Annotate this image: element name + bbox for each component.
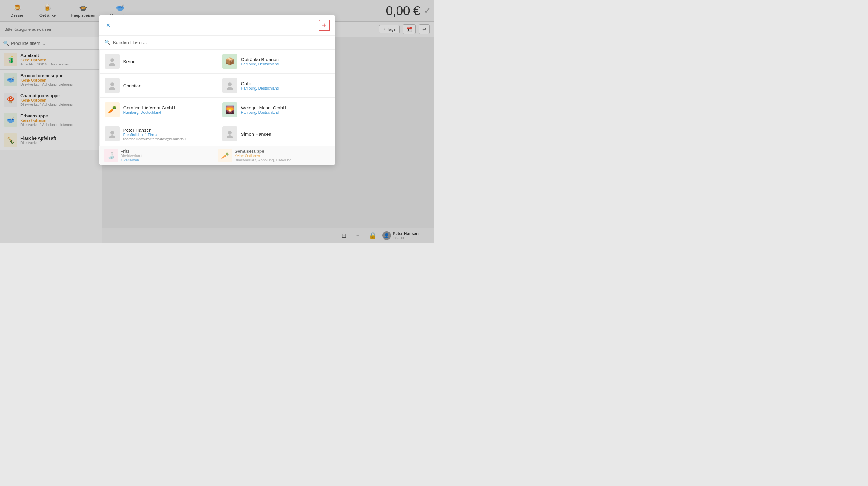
svg-point-8 [227,87,233,90]
customer-location-weingut-mosel: Hamburg, Deutschland [241,110,286,115]
customer-card-gabi[interactable]: Gabi Hamburg, Deutschland [217,73,335,98]
customer-avatar-gemuese-lieferant: 🥕 [105,102,120,117]
customer-card-gemuese-lieferant[interactable]: 🥕 Gemüse-Lieferant GmbH Hamburg, Deutsch… [99,98,217,122]
customer-location-getraenke-brunnen: Hamburg, Deutschland [241,62,279,66]
customer-name-simon-hansen: Simon Hansen [241,131,271,137]
customer-card-bernd[interactable]: Bernd [99,49,217,73]
svg-point-6 [109,87,115,90]
customer-avatar-peter-hansen [105,126,120,141]
customer-avatar-christian [105,78,120,93]
customer-location-peter-hansen: Persönlich + 1 Firma [123,133,189,137]
customer-sub-peter-hansen: userdoc+restaurantamhafen@numberfou... [123,137,189,141]
customer-card-weingut-mosel[interactable]: 🌄 Weingut Mosel GmbH Hamburg, Deutschlan… [217,98,335,122]
bottom-hint-fritz-name: Fritz [121,149,143,154]
bottom-hint-fritz-info: Fritz Direktverkauf 4 Varianten [121,149,143,162]
svg-point-3 [110,58,114,62]
customer-name-gabi: Gabi [241,81,279,86]
modal-search-bar: 🔍 [99,36,335,49]
customer-card-peter-hansen[interactable]: Peter Hansen Persönlich + 1 Firma userdo… [99,122,217,146]
customer-info-peter-hansen: Peter Hansen Persönlich + 1 Firma userdo… [123,127,189,141]
svg-point-5 [110,83,114,86]
customer-avatar-getraenke-brunnen: 📦 [222,54,237,69]
modal-overlay: ✕ + 🔍 Bernd 📦 [0,0,434,243]
bottom-hint-gemuese-name: Gemüsesuppe [235,149,291,154]
customer-info-weingut-mosel: Weingut Mosel GmbH Hamburg, Deutschland [241,105,286,115]
customer-card-simon-hansen[interactable]: Simon Hansen [217,122,335,146]
customer-name-bernd: Bernd [123,59,136,64]
customer-info-simon-hansen: Simon Hansen [241,131,271,137]
modal-search-input[interactable] [113,40,330,45]
svg-point-12 [227,135,233,138]
customer-info-christian: Christian [123,83,142,88]
customer-grid: Bernd 📦 Getränke Brunnen Hamburg, Deutsc… [99,49,335,146]
bottom-hint-gemuese-meta: Direktverkauf, Abholung, Lieferung [235,158,291,162]
bottom-hint-gemuese-option: Keine Optionen [235,154,291,158]
customer-name-peter-hansen: Peter Hansen [123,127,189,133]
customer-info-gemuese-lieferant: Gemüse-Lieferant GmbH Hamburg, Deutschla… [123,105,175,115]
customer-avatar-bernd [105,54,120,69]
customer-name-gemuese-lieferant: Gemüse-Lieferant GmbH [123,105,175,110]
customer-avatar-simon-hansen [222,126,237,141]
modal-search-icon: 🔍 [104,39,111,45]
customer-card-getraenke-brunnen[interactable]: 📦 Getränke Brunnen Hamburg, Deutschland [217,49,335,73]
customer-info-bernd: Bernd [123,59,136,64]
modal-add-customer-button[interactable]: + [319,20,330,31]
bottom-hint-fritz-variant: 4 Varianten [121,158,143,162]
svg-point-4 [109,63,115,66]
svg-point-7 [228,83,232,86]
svg-point-10 [109,135,115,138]
customer-location-gemuese-lieferant: Hamburg, Deutschland [123,110,175,115]
modal-header: ✕ + [99,16,335,36]
customer-name-weingut-mosel: Weingut Mosel GmbH [241,105,286,110]
customer-info-getraenke-brunnen: Getränke Brunnen Hamburg, Deutschland [241,57,279,66]
modal-bottom-hint: 🍶 Fritz Direktverkauf 4 Varianten 🥕 Gemü… [99,146,335,164]
svg-point-11 [228,131,232,134]
customer-info-gabi: Gabi Hamburg, Deutschland [241,81,279,91]
customer-avatar-weingut-mosel: 🌄 [222,102,237,117]
svg-point-9 [110,131,114,134]
customer-card-christian[interactable]: Christian [99,73,217,98]
customer-name-getraenke-brunnen: Getränke Brunnen [241,57,279,62]
modal-close-button[interactable]: ✕ [104,22,112,29]
customer-avatar-gabi [222,78,237,93]
customer-location-gabi: Hamburg, Deutschland [241,86,279,91]
customer-modal: ✕ + 🔍 Bernd 📦 [99,16,335,164]
bottom-hint-fritz-meta: Direktverkauf [121,154,143,158]
bottom-hint-fritz-thumb: 🍶 [104,149,118,162]
customer-name-christian: Christian [123,83,142,88]
bottom-hint-gemuese-info: Gemüsesuppe Keine Optionen Direktverkauf… [235,149,291,162]
bottom-hint-gemuese-thumb: 🥕 [218,149,232,162]
